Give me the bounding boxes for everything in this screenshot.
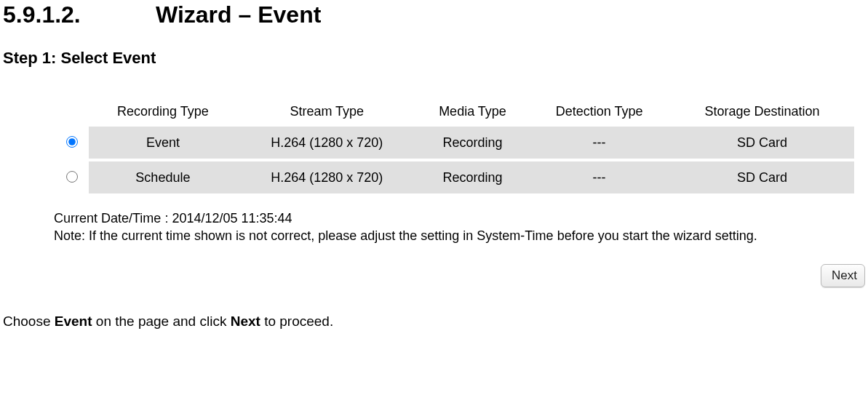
col-media-type: Media Type bbox=[417, 97, 528, 127]
time-note: Note: If the current time shown is not c… bbox=[54, 227, 865, 244]
cell-detection-type: --- bbox=[528, 127, 670, 159]
section-title: Wizard – Event bbox=[156, 1, 321, 28]
cell-recording-type: Event bbox=[89, 127, 237, 159]
next-button[interactable]: Next bbox=[821, 264, 865, 287]
cell-recording-type: Schedule bbox=[89, 161, 237, 193]
table-header-row: Recording Type Stream Type Media Type De… bbox=[54, 97, 854, 127]
current-datetime: Current Date/Time : 2014/12/05 11:35:44 bbox=[54, 210, 865, 227]
section-heading: 5.9.1.2.Wizard – Event bbox=[3, 1, 865, 28]
table-row: Event H.264 (1280 x 720) Recording --- S… bbox=[54, 127, 854, 159]
col-stream-type: Stream Type bbox=[237, 97, 417, 127]
cell-detection-type: --- bbox=[528, 161, 670, 193]
col-recording-type: Recording Type bbox=[89, 97, 237, 127]
cell-storage-dest: SD Card bbox=[670, 161, 854, 193]
table-row: Schedule H.264 (1280 x 720) Recording --… bbox=[54, 161, 854, 193]
cell-media-type: Recording bbox=[417, 161, 528, 193]
radio-event[interactable] bbox=[66, 136, 78, 148]
cell-media-type: Recording bbox=[417, 127, 528, 159]
instruction-line: Choose Event on the page and click Next … bbox=[3, 314, 865, 330]
step-heading: Step 1: Select Event bbox=[3, 49, 865, 68]
col-storage-dest: Storage Destination bbox=[670, 97, 854, 127]
cell-stream-type: H.264 (1280 x 720) bbox=[237, 161, 417, 193]
cell-storage-dest: SD Card bbox=[670, 127, 854, 159]
section-number: 5.9.1.2. bbox=[3, 1, 156, 28]
cell-stream-type: H.264 (1280 x 720) bbox=[237, 127, 417, 159]
col-detection-type: Detection Type bbox=[528, 97, 670, 127]
radio-schedule[interactable] bbox=[66, 171, 78, 183]
event-table: Recording Type Stream Type Media Type De… bbox=[54, 97, 854, 193]
